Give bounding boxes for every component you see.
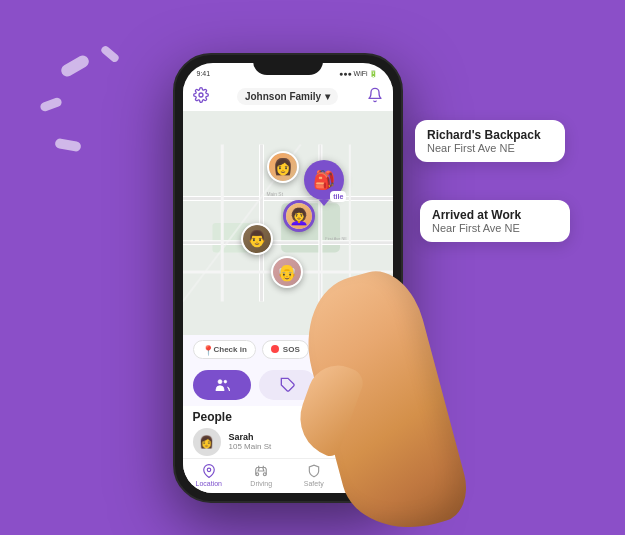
arrived-callout-title: Arrived at Work <box>432 208 558 222</box>
arrived-callout-sub: Near First Ave NE <box>432 222 558 234</box>
map-pin-1: 👩 <box>267 151 299 183</box>
check-in-label: Check in <box>214 345 247 354</box>
settings-icon[interactable] <box>193 87 209 107</box>
map-pin-3: 👴 <box>271 256 303 288</box>
avatar-face-2: 👨 <box>243 225 271 253</box>
scene: Richard's Backpack Near First Ave NE Arr… <box>0 0 625 535</box>
signal-display: ●●● WiFi 🔋 <box>339 70 379 78</box>
svg-point-20 <box>207 468 211 472</box>
tab-people[interactable] <box>193 370 251 400</box>
phone-wrapper: 9:41 ●●● WiFi 🔋 Johnson Family ▾ <box>163 33 423 513</box>
avatar-face-arrived: 👩‍🦱 <box>286 203 312 229</box>
driving-icon <box>253 463 269 479</box>
family-dropdown[interactable]: Johnson Family ▾ <box>237 88 338 105</box>
dropdown-arrow: ▾ <box>325 91 330 102</box>
sarah-avatar: 👩 <box>193 428 221 456</box>
sos-label: SOS <box>283 345 300 354</box>
svg-point-17 <box>218 379 222 383</box>
map-pin-2: 👨 <box>241 223 273 255</box>
time-display: 9:41 <box>197 70 211 77</box>
top-bar: Johnson Family ▾ <box>183 85 393 111</box>
svg-point-18 <box>224 380 227 383</box>
avatar-face-1: 👩 <box>269 153 297 181</box>
nav-driving[interactable]: Driving <box>235 463 288 487</box>
hand-area <box>303 253 483 533</box>
nav-location[interactable]: Location <box>183 463 236 487</box>
svg-point-0 <box>199 93 203 97</box>
backpack-callout-title: Richard's Backpack <box>427 128 553 142</box>
sos-icon <box>271 345 279 353</box>
bell-icon[interactable] <box>367 87 383 107</box>
backpack-callout-sub: Near First Ave NE <box>427 142 553 154</box>
tile-badge: tile <box>330 191 346 202</box>
location-icon <box>201 463 217 479</box>
deco-pill-4 <box>100 45 120 64</box>
backpack-marker: 🎒 tile <box>304 160 344 200</box>
arrived-callout: Arrived at Work Near First Ave NE <box>420 200 570 242</box>
avatar-face-3: 👴 <box>273 258 301 286</box>
nav-location-label: Location <box>196 480 222 487</box>
sarah-avatar-emoji: 👩 <box>199 435 214 449</box>
nav-driving-label: Driving <box>250 480 272 487</box>
phone-notch <box>253 55 323 75</box>
svg-text:Main St: Main St <box>266 191 283 196</box>
deco-pill-3 <box>54 138 81 152</box>
deco-pill-1 <box>59 53 91 78</box>
check-in-icon: 📍 <box>202 345 210 353</box>
deco-pill-2 <box>39 97 63 113</box>
check-in-button[interactable]: 📍 Check in <box>193 340 256 359</box>
svg-text:First Ave NE: First Ave NE <box>325 235 347 240</box>
family-name: Johnson Family <box>245 91 321 102</box>
backpack-callout: Richard's Backpack Near First Ave NE <box>415 120 565 162</box>
